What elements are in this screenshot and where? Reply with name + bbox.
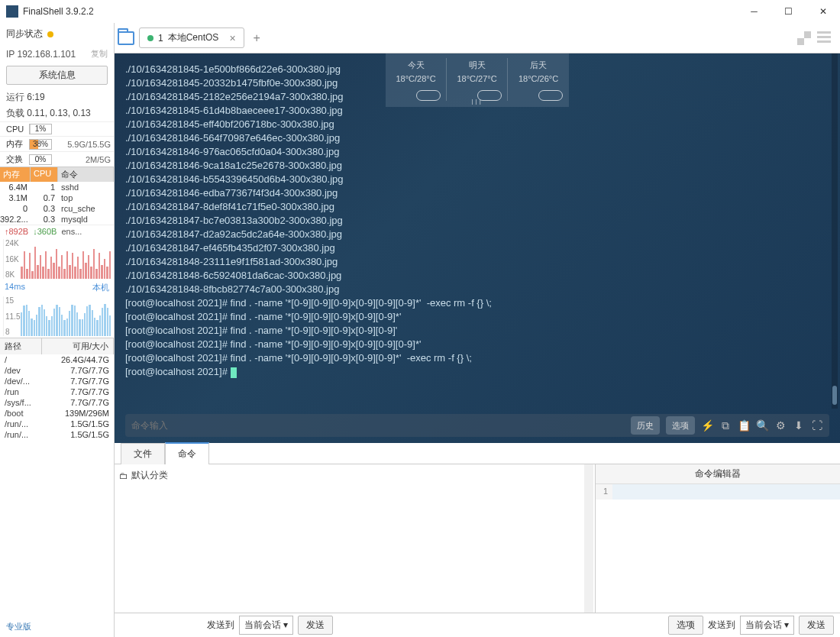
weather-widget: 今天18°C/28°C明天18°C/27°C后天18°C/26°C: [386, 53, 569, 107]
ip-row: IP 192.168.1.101 复制: [0, 45, 114, 63]
metric-bar: 38%: [29, 139, 52, 150]
session-name: 本地CentOS: [168, 31, 219, 44]
send-button-right[interactable]: 发送: [799, 616, 834, 635]
sync-label: 同步状态: [6, 27, 43, 40]
bolt-icon[interactable]: ⚡: [701, 419, 713, 432]
disk-row[interactable]: /sys/f...7.7G/7.7G: [0, 397, 114, 408]
app-logo-icon: [6, 5, 18, 18]
bottom-toolbar: 发送到 当前会话 ▾ 发送 选项 发送到 当前会话 ▾ 发送: [115, 613, 840, 637]
tab-command[interactable]: 命令: [165, 442, 209, 464]
download-icon[interactable]: ⬇: [793, 419, 805, 432]
session-tab[interactable]: 1 本地CentOS ×: [139, 27, 244, 48]
sidebar: 同步状态 IP 192.168.1.101 复制 系统信息 运行 6:19 负载…: [0, 23, 115, 637]
folder-icon[interactable]: [118, 31, 134, 45]
process-row[interactable]: 00.3rcu_sche: [0, 203, 114, 214]
metric-row: 交换 0% 2M/5G: [0, 151, 114, 167]
cloud-icon: [527, 89, 550, 101]
disk-row[interactable]: /boot139M/296M: [0, 408, 114, 419]
command-bar: 历史 选项 ⚡ ⧉ 📋 🔍 ⚙ ⬇ ⛶: [125, 414, 829, 437]
session-select-left[interactable]: 当前会话 ▾: [239, 616, 293, 635]
ping-host: 本机: [92, 282, 109, 293]
app-title: FinalShell 3.9.2.2: [23, 6, 94, 17]
uptime: 运行 6:19: [0, 89, 114, 105]
copy-ip-button[interactable]: 复制: [91, 48, 108, 60]
status-dot-icon: [147, 35, 153, 41]
disk-row[interactable]: /26.4G/44.7G: [0, 354, 114, 365]
add-tab-button[interactable]: +: [249, 31, 265, 45]
terminal-line: ./10/1634281845-eff40bf206718bc-300x380.…: [125, 118, 829, 131]
process-row[interactable]: 3.1M0.7top: [0, 192, 114, 203]
options-button-right[interactable]: 选项: [668, 616, 703, 635]
network-stats: ↑892B ↓360B ens...: [0, 225, 114, 238]
terminal-line: [root@localhost 2021]# find . -name '*[0…: [125, 338, 829, 351]
cloud-icon: [405, 89, 428, 101]
sendto-label-right: 发送到: [708, 619, 735, 632]
history-button[interactable]: 历史: [631, 416, 660, 435]
col-cpu[interactable]: CPU: [31, 167, 58, 182]
sync-status-icon: [47, 31, 53, 37]
terminal-line: ./10/1634281846-976ac065cfd0a04-300x380.…: [125, 145, 829, 159]
disk-row[interactable]: /run/...1.5G/1.5G: [0, 429, 114, 440]
terminal-line: ./10/1634281847-8def8f41c71f5e0-300x380.…: [125, 200, 829, 214]
terminal-line: ./10/1634281846-564f70987e646ec-300x380.…: [125, 131, 829, 145]
view-list-icon[interactable]: [817, 31, 831, 45]
paste-icon[interactable]: 📋: [738, 419, 750, 432]
close-button[interactable]: ✕: [806, 0, 840, 23]
weather-day: 后天18°C/26°C: [508, 58, 569, 101]
command-input[interactable]: [131, 420, 625, 431]
default-category-folder[interactable]: 🗀 默认分类: [119, 469, 590, 482]
process-row[interactable]: 6.4M1sshd: [0, 182, 114, 192]
disk-row[interactable]: /run/...1.5G/1.5G: [0, 419, 114, 429]
terminal-line: ./10/1634281848-6c5924081da6cac-300x380.…: [125, 269, 829, 283]
cloud-icon: [466, 89, 489, 101]
net-up: ↑892B: [5, 227, 28, 236]
close-tab-icon[interactable]: ×: [229, 32, 235, 44]
command-tree[interactable]: 🗀 默认分类: [115, 464, 596, 613]
col-cmd[interactable]: 命令: [58, 167, 114, 182]
session-select-right[interactable]: 当前会话 ▾: [740, 616, 794, 635]
col-mem[interactable]: 内存: [0, 167, 31, 182]
ip-value: 192.168.1.101: [17, 49, 76, 60]
sync-status: 同步状态: [0, 23, 114, 45]
terminal-line: [root@localhost 2021]# find . -name '*[0…: [125, 296, 829, 310]
terminal-line: ./10/1634281846-b5543396450d6b4-300x380.…: [125, 173, 829, 186]
ip-label: IP: [6, 49, 15, 60]
editor-text[interactable]: [612, 484, 840, 500]
options-button[interactable]: 选项: [666, 416, 695, 435]
bottom-tabbar: 文件 命令: [115, 443, 840, 464]
terminal-line: [root@localhost 2021]# find . -name '*[0…: [125, 351, 829, 365]
tab-file[interactable]: 文件: [121, 443, 165, 464]
search-icon[interactable]: 🔍: [756, 419, 768, 432]
terminal-cursor: [231, 367, 237, 378]
gear-icon[interactable]: ⚙: [774, 419, 787, 432]
view-grid-icon[interactable]: [797, 31, 811, 45]
terminal[interactable]: 今天18°C/28°C明天18°C/27°C后天18°C/26°C ./10/1…: [115, 53, 840, 443]
disk-header: 路径 可用/大小: [0, 338, 114, 354]
disk-row[interactable]: /dev7.7G/7.7G: [0, 365, 114, 376]
tree-scrollbar[interactable]: [584, 464, 593, 613]
terminal-line: [root@localhost 2021]# find . -name '*[0…: [125, 324, 829, 338]
system-info-button[interactable]: 系统信息: [6, 66, 108, 85]
metric-label: 内存: [6, 138, 26, 150]
metric-label: 交换: [6, 154, 26, 165]
metric-bar: 0%: [29, 154, 52, 165]
terminal-prompt: [root@localhost 2021]#: [125, 366, 231, 377]
col-size[interactable]: 可用/大小: [42, 338, 114, 354]
fullscreen-icon[interactable]: ⛶: [811, 419, 823, 432]
maximize-button[interactable]: ☐: [771, 0, 806, 23]
load-avg: 负载 0.11, 0.13, 0.13: [0, 105, 114, 121]
process-row[interactable]: 392.2...0.3mysqld: [0, 214, 114, 225]
send-button-left[interactable]: 发送: [298, 616, 333, 635]
terminal-line: ./10/1634281847-d2a92ac5dc2a64e-300x380.…: [125, 228, 829, 241]
session-tabbar: 1 本地CentOS × +: [115, 23, 840, 53]
minimize-button[interactable]: ─: [737, 0, 771, 23]
col-path[interactable]: 路径: [0, 338, 42, 354]
terminal-scrollbar[interactable]: [832, 53, 838, 409]
ping-ms: 14ms: [5, 282, 25, 293]
disk-row[interactable]: /dev/...7.7G/7.7G: [0, 376, 114, 386]
pro-version-link[interactable]: 专业版: [0, 616, 114, 637]
metric-row: CPU 1%: [0, 121, 114, 136]
terminal-line: ./10/1634281848-23111e9f1f581ad-300x380.…: [125, 255, 829, 269]
copy-icon[interactable]: ⧉: [719, 419, 732, 432]
disk-row[interactable]: /run7.7G/7.7G: [0, 386, 114, 397]
